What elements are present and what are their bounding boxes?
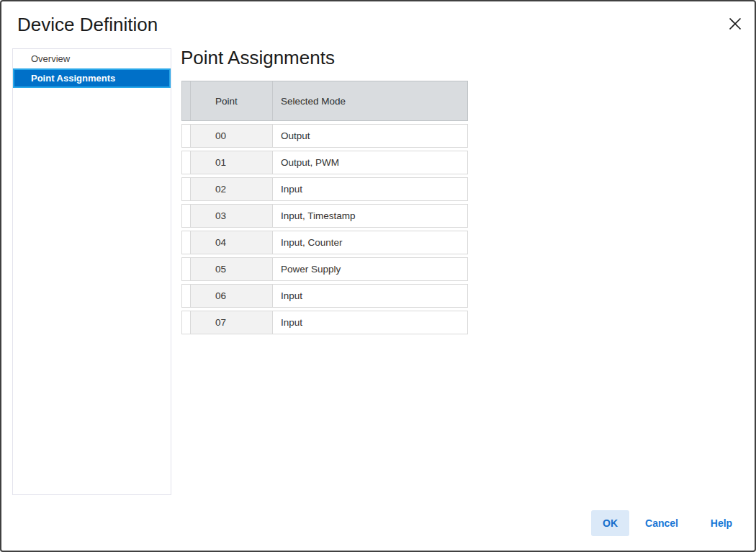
selected-mode-cell[interactable]: Power Supply — [273, 258, 467, 280]
device-definition-dialog: Device Definition Overview Point Assignm… — [0, 0, 756, 552]
table-row[interactable]: 05 Power Supply — [181, 257, 468, 281]
point-cell: 05 — [191, 258, 273, 280]
selected-mode-cell[interactable]: Output — [273, 125, 467, 147]
table-row[interactable]: 01 Output, PWM — [181, 151, 468, 174]
selected-mode-cell[interactable]: Input, Timestamp — [273, 205, 467, 227]
close-button[interactable] — [726, 14, 744, 33]
row-selector-cell[interactable] — [182, 231, 191, 254]
column-header-selector — [182, 81, 191, 120]
ok-button[interactable]: OK — [591, 510, 629, 536]
table-row[interactable]: 00 Output — [181, 124, 468, 148]
point-cell: 00 — [191, 125, 273, 147]
point-cell: 06 — [191, 285, 273, 307]
row-selector-cell[interactable] — [182, 205, 191, 227]
table-row[interactable]: 02 Input — [181, 177, 468, 201]
selected-mode-cell[interactable]: Output, PWM — [273, 151, 467, 174]
sidebar-item-overview[interactable]: Overview — [13, 49, 171, 68]
row-selector-cell[interactable] — [182, 285, 191, 307]
point-cell: 02 — [191, 178, 273, 200]
help-button[interactable]: Help — [694, 510, 749, 536]
table-body: 00 Output 01 Output, PWM 02 Input 03 Inp… — [181, 124, 468, 334]
table-row[interactable]: 04 Input, Counter — [181, 231, 468, 254]
table-header-row: Point Selected Mode — [181, 81, 468, 121]
selected-mode-cell[interactable]: Input — [273, 178, 467, 200]
column-header-selected-mode: Selected Mode — [273, 81, 467, 120]
table-row[interactable]: 03 Input, Timestamp — [181, 204, 468, 228]
point-cell: 03 — [191, 205, 273, 227]
page-title: Point Assignments — [181, 47, 335, 69]
sidebar-item-point-assignments[interactable]: Point Assignments — [13, 68, 171, 88]
close-icon — [728, 17, 742, 31]
selected-mode-cell[interactable]: Input, Counter — [273, 231, 467, 254]
table-row[interactable]: 06 Input — [181, 284, 468, 308]
column-header-point: Point — [191, 81, 273, 120]
row-selector-cell[interactable] — [182, 311, 191, 334]
sidebar-item-label: Overview — [31, 53, 70, 64]
row-selector-cell[interactable] — [182, 125, 191, 147]
point-cell: 01 — [191, 151, 273, 174]
selected-mode-cell[interactable]: Input — [273, 311, 467, 334]
point-cell: 04 — [191, 231, 273, 254]
row-selector-cell[interactable] — [182, 178, 191, 200]
dialog-footer: OK Cancel Help — [591, 510, 749, 536]
table-row[interactable]: 07 Input — [181, 311, 468, 334]
point-cell: 07 — [191, 311, 273, 334]
cancel-button[interactable]: Cancel — [629, 510, 694, 536]
row-selector-cell[interactable] — [182, 151, 191, 174]
sidebar-item-label: Point Assignments — [31, 73, 115, 84]
sidebar: Overview Point Assignments — [12, 48, 171, 495]
selected-mode-cell[interactable]: Input — [273, 285, 467, 307]
row-selector-cell[interactable] — [182, 258, 191, 280]
point-assignments-table: Point Selected Mode 00 Output 01 Output,… — [181, 81, 468, 337]
dialog-title: Device Definition — [17, 14, 158, 36]
